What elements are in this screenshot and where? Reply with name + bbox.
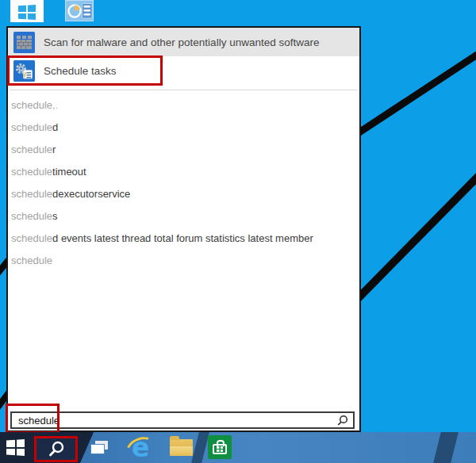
divider [10,90,358,90]
folder-icon [170,439,193,456]
wallpaper-stripe-through-taskbar [191,432,209,463]
taskbar-search-button[interactable] [34,436,78,462]
search-input-box [10,411,355,429]
result-label: Scan for malware and other potentially u… [44,36,319,48]
shopping-bag-icon [213,444,227,454]
suggestion-item[interactable]: schedule [8,249,359,271]
ie-e-icon: e [132,433,149,462]
suggestion-list: schedule,. scheduled scheduler schedule … [8,94,359,271]
windows-defender-icon [13,32,35,53]
result-schedule-tasks[interactable]: Schedule tasks [8,56,359,85]
start-tile-monitor[interactable] [65,0,94,21]
suggestion-item[interactable]: scheduler [8,138,359,160]
start-tile-windows[interactable] [10,0,44,22]
taskbar: e [0,432,476,463]
magnifier-icon [47,440,66,459]
task-scheduler-icon [13,60,35,82]
search-input[interactable] [18,415,336,427]
start-button[interactable] [6,439,25,456]
suggestion-item[interactable]: schedule timeout [8,160,359,182]
pie-chart-list-icon [66,1,93,21]
search-results-panel: Scan for malware and other potentially u… [6,26,361,432]
file-explorer-button[interactable] [170,439,193,456]
suggestion-item[interactable]: scheduledexecutorservice [8,182,359,205]
result-scan-malware[interactable]: Scan for malware and other potentially u… [8,28,359,56]
task-view-button[interactable] [90,441,109,454]
store-button[interactable] [208,435,232,459]
magnifier-icon[interactable] [336,415,348,427]
suggestion-item[interactable]: schedules [8,205,359,227]
suggestion-item[interactable]: schedule,. [8,94,359,116]
windows-logo-icon [6,439,25,456]
wallpaper-stripe-through-taskbar [433,432,459,463]
stacked-windows-icon [90,444,105,454]
result-label: Schedule tasks [44,65,117,77]
internet-explorer-button[interactable]: e [125,433,155,462]
suggestion-item[interactable]: scheduled [8,116,359,138]
windows-logo-icon [18,5,36,20]
suggestion-item[interactable]: scheduled events latest thread total for… [8,227,359,249]
